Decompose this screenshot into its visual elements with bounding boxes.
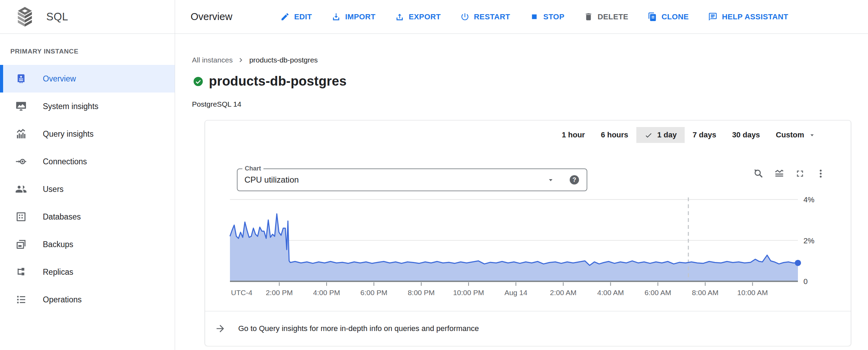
check-circle-icon [193,76,204,87]
breadcrumb-all-instances[interactable]: All instances [192,56,233,64]
delete-button[interactable]: DELETE [584,12,628,21]
x-axis-label: UTC-4 [231,289,252,296]
x-axis-label: 2:00 AM [550,289,577,296]
x-axis-label: 8:00 PM [408,289,435,296]
clone-icon [648,12,657,21]
sidebar-item-operations[interactable]: Operations [0,286,175,313]
overview-instance-icon [15,73,27,85]
chart-select-label: Chart [242,165,263,172]
export-icon [395,12,404,21]
query-insights-link-text: Go to Query insights for more in-depth i… [238,324,479,333]
stop-square-icon [530,12,539,21]
cpu-utilization-chart[interactable]: 4%2%0UTC-42:00 PM4:00 PM6:00 PM8:00 PM10… [221,192,829,306]
zoom-reset-icon[interactable] [751,166,766,181]
metrics-card: 1 hour 6 hours 1 day 7 days 30 days Cust… [205,120,851,346]
stop-button[interactable]: STOP [530,12,565,21]
brand: SQL [14,0,68,33]
backups-icon [15,239,27,250]
time-range-1-hour[interactable]: 1 hour [554,127,593,143]
chart-toolbar [751,166,828,181]
header-divider [0,33,868,34]
y-axis-label: 4% [803,195,814,204]
chart-metric-select[interactable]: Chart CPU utilization ? [237,168,587,191]
x-axis-label: 2:00 PM [266,289,293,296]
help-assistant-button[interactable]: HELP ASSISTANT [708,12,788,21]
cpu-line [230,214,798,265]
clone-button-label: CLONE [662,12,689,21]
time-range-selector: 1 hour 6 hours 1 day 7 days 30 days Cust… [554,127,824,143]
x-axis-label: Aug 14 [504,289,528,296]
x-axis-label: 6:00 PM [360,289,387,296]
time-range-6-hours[interactable]: 6 hours [593,127,636,143]
export-button[interactable]: EXPORT [395,12,441,21]
query-insights-icon [15,128,27,140]
caret-down-icon [808,131,816,139]
instance-engine: PostgreSQL 14 [192,100,241,108]
help-assistant-icon [708,12,717,21]
product-name: SQL [46,11,68,23]
caret-down-icon [547,176,555,184]
sidebar-item-query-insights[interactable]: Query insights [0,120,175,148]
x-axis-label: 10:00 AM [737,289,768,296]
sidebar-item-label: Databases [43,212,81,222]
sidebar-item-label: Overview [43,74,76,84]
fullscreen-icon[interactable] [793,166,807,181]
x-axis-label: 4:00 AM [597,289,624,296]
x-axis-label: 10:00 PM [453,289,484,296]
sidebar-item-label: Replicas [43,268,73,277]
delete-button-label: DELETE [598,12,628,21]
stop-button-label: STOP [543,12,565,21]
y-axis-label: 0 [803,277,808,286]
page-title: Overview [191,0,232,33]
x-axis-label: 8:00 AM [692,289,718,296]
time-range-custom[interactable]: Custom [768,127,824,143]
sidebar-item-connections[interactable]: Connections [0,148,175,175]
time-range-7-days[interactable]: 7 days [685,127,724,143]
breadcrumb-current: products-db-postgres [249,56,318,64]
databases-icon [15,211,27,223]
import-button[interactable]: IMPORT [331,12,376,21]
time-range-1-day[interactable]: 1 day [636,127,685,143]
instance-name: products-db-postgres [209,74,347,89]
y-axis-label: 2% [803,236,814,245]
breadcrumb: All instances products-db-postgres [192,56,318,64]
sidebar-item-databases[interactable]: Databases [0,203,175,231]
operations-icon [15,294,27,305]
cloud-sql-console: SQL Overview EDIT IMPORT EXPORT RESTART … [0,0,868,350]
x-axis-label: 4:00 PM [313,289,340,296]
sidebar-item-system-insights[interactable]: System insights [0,93,175,120]
edit-button-label: EDIT [294,12,312,21]
sidebar-item-label: Users [43,185,64,194]
sidebar-nav: Overview System insights Query insights … [0,65,175,313]
time-range-custom-label: Custom [776,130,804,139]
sidebar-item-backups[interactable]: Backups [0,231,175,258]
import-icon [331,12,341,21]
sidebar-item-label: Operations [43,295,82,304]
delete-trash-icon [584,12,593,21]
area-chart-icon[interactable] [772,166,787,181]
restart-button-label: RESTART [474,12,510,21]
cpu-area-fill [230,214,798,282]
edit-button[interactable]: EDIT [280,12,312,21]
sidebar-section-label: PRIMARY INSTANCE [10,48,78,55]
time-range-1-day-label: 1 day [657,130,677,139]
sidebar-item-replicas[interactable]: Replicas [0,258,175,286]
sidebar-item-label: Query insights [43,129,94,139]
sidebar-item-overview[interactable]: Overview [0,65,175,93]
arrow-right-icon [215,323,226,334]
latest-point-dot [795,260,801,266]
restart-button[interactable]: RESTART [460,12,510,21]
chevron-right-icon [237,56,245,64]
sidebar-item-label: Connections [43,157,87,166]
sidebar-item-users[interactable]: Users [0,175,175,203]
metric-help-icon[interactable]: ? [570,175,579,185]
users-icon [15,183,27,195]
system-insights-icon [15,100,27,112]
export-button-label: EXPORT [409,12,441,21]
more-options-icon[interactable] [813,166,828,181]
instance-action-toolbar: EDIT IMPORT EXPORT RESTART STOP DELETE C… [280,0,788,33]
clone-button[interactable]: CLONE [648,12,689,21]
x-axis-label: 6:00 AM [645,289,671,296]
time-range-30-days[interactable]: 30 days [724,127,768,143]
query-insights-link[interactable]: Go to Query insights for more in-depth i… [205,311,851,346]
